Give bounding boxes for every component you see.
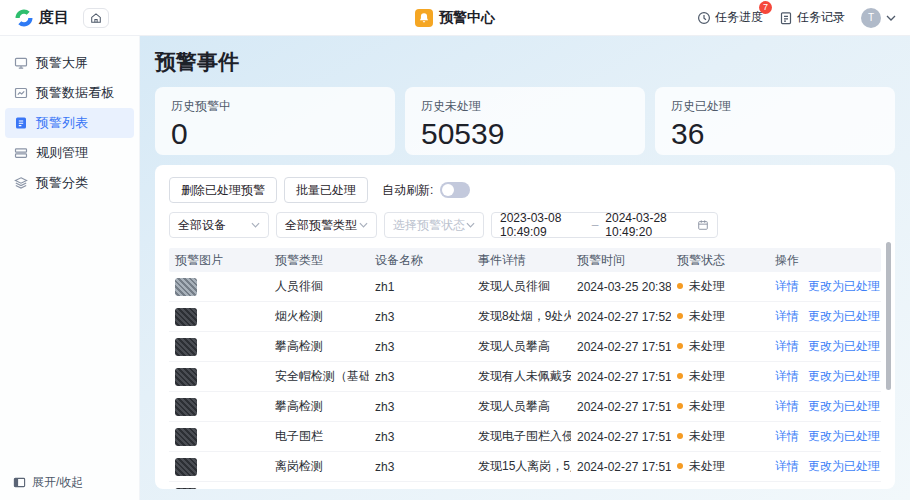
- home-icon: [90, 12, 102, 24]
- mark-processed-link[interactable]: 更改为已处理: [808, 369, 880, 383]
- cell-time: 2024-03-25 20:38:52: [577, 280, 671, 294]
- sidebar-item-data-board[interactable]: 预警数据看板: [5, 78, 134, 108]
- task-progress-label: 任务进度: [715, 9, 763, 26]
- detail-link[interactable]: 详情: [775, 399, 799, 413]
- cell-device: zh3: [375, 400, 394, 414]
- task-progress-button[interactable]: 任务进度 7: [697, 9, 763, 26]
- cell-detail: 发现人员徘徊: [478, 279, 550, 293]
- layers-icon: [14, 176, 28, 190]
- table-body: 人员徘徊zh1发现人员徘徊2024-03-25 20:38:52未处理详情更改为…: [169, 272, 881, 489]
- cell-detail: 发现电子围栏入侵: [478, 429, 571, 443]
- cell-type: 电子围栏: [275, 429, 323, 443]
- column-header-type: 预警类型: [269, 252, 369, 269]
- status-text: 未处理: [689, 429, 725, 443]
- status-dot: [677, 313, 683, 319]
- sidebar: 预警大屏 预警数据看板 预警列表: [0, 36, 140, 500]
- auto-refresh-toggle[interactable]: [440, 182, 470, 198]
- stat-value: 0: [171, 119, 379, 149]
- mark-processed-link[interactable]: 更改为已处理: [808, 399, 880, 413]
- stat-card-unprocessed: 历史未处理 50539: [405, 87, 645, 155]
- table-header: 预警图片 预警类型 设备名称 事件详情 预警时间 预警状态 操作: [169, 248, 881, 272]
- cell-type: 安全帽检测（基础版）: [275, 369, 369, 383]
- stat-label: 历史已处理: [671, 98, 879, 115]
- table-row: 安全帽检测（基础版）zh3发现有人未佩戴安全帽2024-02-27 17:51:…: [169, 362, 881, 392]
- notification-badge: 7: [759, 1, 772, 14]
- sidebar-item-label: 预警大屏: [36, 54, 88, 72]
- main-content: 预警事件 历史预警中 0 历史未处理 50539 历史已处理 36 删除已处理预…: [140, 36, 910, 500]
- detail-link[interactable]: 详情: [775, 279, 799, 293]
- cell-device: zh3: [375, 460, 394, 474]
- chevron-down-icon: [251, 222, 260, 228]
- sidebar-item-alert-list[interactable]: 预警列表: [5, 108, 134, 138]
- column-header-image: 预警图片: [169, 252, 269, 269]
- sidebar-collapse-toggle[interactable]: 展开/收起: [13, 474, 83, 491]
- device-filter-select[interactable]: 全部设备: [169, 212, 269, 238]
- status-text: 未处理: [689, 369, 725, 383]
- alert-center-app: 度目 预警中心: [0, 0, 910, 500]
- mark-processed-link[interactable]: 更改为已处理: [808, 429, 880, 443]
- alert-list-panel: 删除已处理预警 批量已处理 自动刷新: 全部设备 全部预警类型: [155, 165, 895, 489]
- detail-link[interactable]: 详情: [775, 429, 799, 443]
- scrollbar-thumb[interactable]: [886, 242, 891, 390]
- task-record-label: 任务记录: [797, 9, 845, 26]
- user-menu[interactable]: T: [861, 8, 896, 28]
- clipboard-icon: [779, 11, 793, 25]
- type-filter-select[interactable]: 全部预警类型: [276, 212, 377, 238]
- status-dot: [677, 283, 683, 289]
- mark-processed-link[interactable]: 更改为已处理: [808, 279, 880, 293]
- device-filter-value: 全部设备: [178, 217, 226, 234]
- task-record-button[interactable]: 任务记录: [779, 9, 845, 26]
- sidebar-item-alert-screen[interactable]: 预警大屏: [5, 48, 134, 78]
- alert-thumbnail[interactable]: [175, 398, 197, 416]
- alert-thumbnail[interactable]: [175, 338, 197, 356]
- cell-device: zh3: [375, 310, 394, 324]
- sidebar-item-rules[interactable]: 规则管理: [5, 138, 134, 168]
- sidebar-item-categories[interactable]: 预警分类: [5, 168, 134, 198]
- sidebar-nav: 预警大屏 预警数据看板 预警列表: [0, 36, 139, 198]
- detail-link[interactable]: 详情: [775, 459, 799, 473]
- stat-card-pending: 历史预警中 0: [155, 87, 395, 155]
- detail-link[interactable]: 详情: [775, 339, 799, 353]
- column-header-status: 预警状态: [671, 252, 769, 269]
- status-filter-select[interactable]: 选择预警状态: [384, 212, 484, 238]
- status-text: 未处理: [689, 399, 725, 413]
- table-row: 烟火检测zh3发现8处烟，9处火2024-02-27 17:52:05未处理详情…: [169, 302, 881, 332]
- calendar-icon: [697, 219, 709, 231]
- alert-thumbnail[interactable]: [175, 458, 197, 476]
- toolbar: 删除已处理预警 批量已处理 自动刷新:: [169, 177, 881, 203]
- stat-value: 36: [671, 119, 879, 149]
- home-button[interactable]: [83, 8, 109, 28]
- detail-link[interactable]: 详情: [775, 369, 799, 383]
- stat-label: 历史预警中: [171, 98, 379, 115]
- column-header-device: 设备名称: [369, 252, 472, 269]
- table-row: 人员徘徊zh1发现人员徘徊2024-03-25 20:38:52未处理详情更改为…: [169, 272, 881, 302]
- status-dot: [677, 463, 683, 469]
- alert-thumbnail[interactable]: [175, 488, 197, 490]
- date-range-picker[interactable]: 2023-03-08 10:49:09 – 2024-03-28 10:49:2…: [491, 212, 718, 238]
- table-row: 攀高检测zh3发现人员攀高2024-02-27 17:51:54未处理详情更改为…: [169, 332, 881, 362]
- mark-processed-link[interactable]: 更改为已处理: [808, 309, 880, 323]
- brand-name: 度目: [39, 8, 69, 27]
- stats-row: 历史预警中 0 历史未处理 50539 历史已处理 36: [155, 87, 895, 155]
- alert-thumbnail[interactable]: [175, 308, 197, 326]
- mark-processed-link[interactable]: 更改为已处理: [808, 339, 880, 353]
- cell-detail: 发现有人未佩戴安全帽: [478, 369, 571, 383]
- sidebar-item-label: 规则管理: [36, 144, 88, 162]
- status-dot: [677, 433, 683, 439]
- brand: 度目: [14, 8, 69, 28]
- alert-thumbnail[interactable]: [175, 278, 197, 296]
- cell-time: 2024-02-27 17:52:05: [577, 310, 671, 324]
- dashboard-icon: [14, 86, 28, 100]
- alert-thumbnail[interactable]: [175, 428, 197, 446]
- detail-link[interactable]: 详情: [775, 309, 799, 323]
- status-filter-placeholder: 选择预警状态: [393, 217, 465, 234]
- column-header-detail: 事件详情: [472, 252, 571, 269]
- top-nav: 任务进度 7 任务记录 T: [697, 8, 896, 28]
- cell-device: zh3: [375, 340, 394, 354]
- alert-thumbnail[interactable]: [175, 368, 197, 386]
- delete-processed-button[interactable]: 删除已处理预警: [169, 177, 277, 203]
- mark-processed-link[interactable]: 更改为已处理: [808, 459, 880, 473]
- cell-time: 2024-02-27 17:51:48: [577, 430, 671, 444]
- batch-process-button[interactable]: 批量已处理: [284, 177, 368, 203]
- screen-icon: [14, 56, 28, 70]
